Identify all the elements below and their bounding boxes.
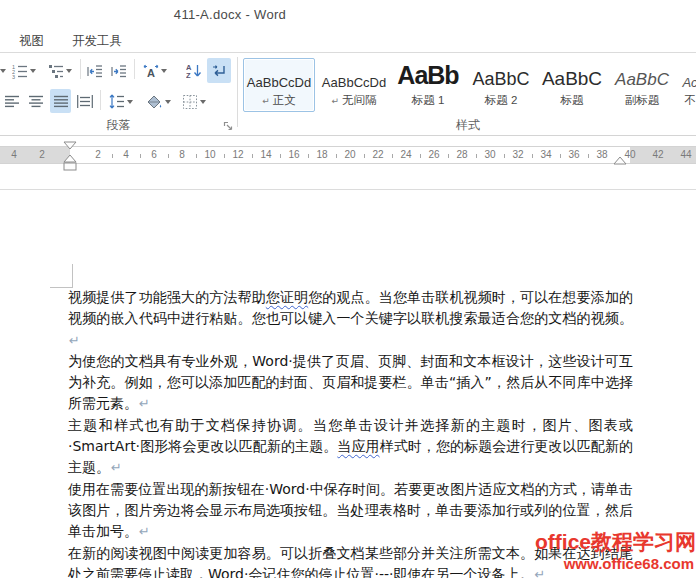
ruler-number: 38 bbox=[596, 149, 607, 160]
watermark: office教程学习网 www.office68.com bbox=[535, 531, 696, 571]
sort-button[interactable]: A Z bbox=[182, 59, 206, 82]
left-indent-marker bbox=[64, 163, 76, 170]
ruler-number: 34 bbox=[540, 149, 551, 160]
paragraph-mark-icon: ↵ bbox=[138, 524, 150, 539]
style-item-body[interactable]: AaBbCcDd↵正文 bbox=[243, 58, 315, 112]
ruler-number: 2 bbox=[39, 149, 45, 160]
style-item-h2[interactable]: AaBbC标题 2 bbox=[466, 58, 536, 112]
ruler-tick bbox=[308, 154, 309, 158]
style-name: 副标题 bbox=[625, 93, 660, 108]
decrease-indent-button[interactable] bbox=[84, 59, 106, 82]
ruler-number: 8 bbox=[179, 149, 185, 160]
ruler-number: 16 bbox=[288, 149, 299, 160]
chevron-down-icon bbox=[161, 69, 167, 73]
align-left-icon bbox=[4, 95, 20, 108]
first-line-indent-marker bbox=[64, 142, 76, 149]
ruler-tick bbox=[476, 154, 477, 158]
ruler-number: 22 bbox=[372, 149, 383, 160]
hanging-indent-marker bbox=[64, 155, 76, 162]
style-name: 正文 bbox=[273, 93, 296, 108]
ruler-tick bbox=[560, 154, 561, 158]
style-name: 不 bbox=[684, 93, 696, 108]
ruler-tick bbox=[364, 154, 365, 158]
borders-icon bbox=[182, 94, 198, 110]
ruler-number: 4 bbox=[11, 149, 17, 160]
ruler-number: 20 bbox=[344, 149, 355, 160]
ruler-number: 36 bbox=[568, 149, 579, 160]
right-indent-marker[interactable] bbox=[612, 155, 628, 165]
paragraph[interactable]: 为使您的文档具有专业外观，Word·提供了页眉、页脚、封面和文本框设计，这些设计… bbox=[68, 351, 633, 415]
grammar-error-text: 当应用 bbox=[337, 438, 379, 454]
watermark-site-url: www.office68.com bbox=[535, 556, 696, 571]
styles-group-label: 样式 bbox=[240, 117, 696, 134]
line-spacing-button[interactable] bbox=[105, 90, 137, 113]
style-name: 无间隔 bbox=[342, 93, 377, 108]
ruler-number: 10 bbox=[204, 149, 215, 160]
ruler-tick bbox=[336, 154, 337, 158]
document-title: 411-A.docx - Word bbox=[0, 7, 460, 22]
ruler-number: 26 bbox=[428, 149, 439, 160]
ruler-number: 6 bbox=[151, 149, 157, 160]
style-preview: AaBbCcDd bbox=[247, 59, 311, 93]
style-label: 标题 bbox=[561, 93, 584, 108]
bullets-dropdown[interactable] bbox=[0, 59, 8, 82]
style-name: 标题 2 bbox=[485, 93, 518, 108]
body-text: 需要停止读取，Word·会记住您的停止位置·--·即使在另一个设备上。 bbox=[110, 566, 533, 578]
style-preview: AaBbCcDd bbox=[322, 59, 386, 93]
increase-indent-button[interactable] bbox=[108, 59, 130, 82]
shading-button[interactable] bbox=[142, 90, 174, 113]
document-canvas[interactable]: 视频提供了功能强大的方法帮助您证明您的观点。当您单击联机视频时，可以在想要添加的… bbox=[0, 190, 696, 578]
ribbon-tab-row: 视图 开发工具 bbox=[0, 28, 696, 53]
borders-button[interactable] bbox=[178, 90, 210, 113]
style-label: ↵正文 bbox=[262, 93, 296, 108]
indent-markers[interactable] bbox=[62, 141, 78, 175]
style-item-h1[interactable]: AaBb标题 1 bbox=[393, 58, 463, 112]
tab-view[interactable]: 视图 bbox=[19, 33, 44, 50]
multilevel-list-button[interactable] bbox=[44, 59, 76, 82]
style-name: 标题 bbox=[561, 93, 584, 108]
style-item-title[interactable]: AaBbC标题 bbox=[539, 58, 605, 112]
ruler-number: 4 bbox=[123, 149, 129, 160]
grammar-error-text: 处之前 bbox=[68, 566, 110, 578]
ruler-tick bbox=[532, 154, 533, 158]
ruler-tick bbox=[280, 154, 281, 158]
paragraph-dialog-launcher[interactable] bbox=[223, 121, 234, 132]
paragraph[interactable]: 主题和样式也有助于文档保持协调。当您单击设计并选择新的主题时，图片、图表或·Sm… bbox=[68, 415, 633, 479]
style-item-subtitle[interactable]: AaBbC副标题 bbox=[608, 58, 676, 112]
ruler-number: 42 bbox=[652, 149, 663, 160]
tab-developer[interactable]: 开发工具 bbox=[72, 33, 122, 50]
chevron-down-icon bbox=[0, 69, 6, 73]
word-window: 411-A.docx - Word 视图 开发工具 1 2 3 bbox=[0, 0, 696, 578]
paragraph[interactable]: 视频提供了功能强大的方法帮助您证明您的观点。当您单击联机视频时，可以在想要添加的… bbox=[68, 287, 633, 351]
ruler[interactable]: 4224681012141618202224262830323436384042… bbox=[0, 146, 696, 164]
margin-crop-mark-vertical bbox=[72, 264, 73, 288]
chevron-down-icon bbox=[66, 69, 72, 73]
numbered-list-icon: 1 2 3 bbox=[12, 63, 28, 79]
asian-layout-button[interactable]: A bbox=[139, 59, 171, 82]
align-justify-icon bbox=[53, 95, 69, 108]
ruler-tick bbox=[420, 154, 421, 158]
style-preview: Ac bbox=[682, 59, 696, 93]
align-justify-button[interactable] bbox=[50, 89, 71, 113]
style-item-partial[interactable]: Ac不 bbox=[679, 58, 696, 112]
body-text: 为使您的文档具有专业外观，Word·提供了页眉、页脚、封面和文本框设计，这些设计… bbox=[68, 353, 633, 412]
svg-text:Z: Z bbox=[186, 71, 191, 79]
show-hide-marks-button[interactable] bbox=[207, 58, 231, 83]
align-left-button[interactable] bbox=[2, 90, 22, 113]
paragraph-mark-icon: ↵ bbox=[68, 333, 80, 348]
multilevel-list-icon bbox=[48, 63, 64, 79]
linked-style-mark-icon: ↵ bbox=[331, 96, 339, 106]
style-item-body[interactable]: AaBbCcDd↵无间隔 bbox=[318, 58, 390, 112]
style-label: ↵无间隔 bbox=[331, 93, 376, 108]
style-preview: AaBb bbox=[397, 59, 458, 93]
distribute-button[interactable] bbox=[74, 90, 96, 113]
grammar-error-text: 您证明 bbox=[266, 289, 308, 305]
align-center-button[interactable] bbox=[26, 90, 46, 113]
ruler-tick bbox=[252, 154, 253, 158]
style-preview: AaBbC bbox=[472, 59, 529, 93]
svg-text:3: 3 bbox=[12, 73, 15, 79]
line-spacing-icon bbox=[109, 94, 125, 109]
style-name: 标题 1 bbox=[412, 93, 445, 108]
ruler-tick bbox=[224, 154, 225, 158]
numbered-list-button[interactable]: 1 2 3 bbox=[8, 59, 40, 82]
